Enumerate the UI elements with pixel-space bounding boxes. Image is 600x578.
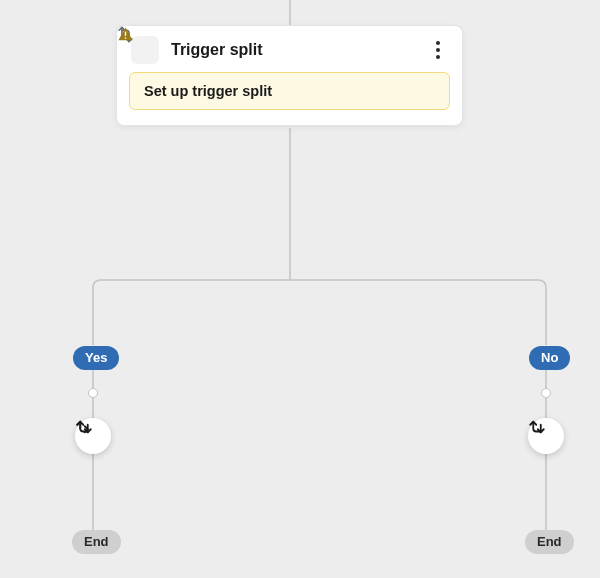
branch-pill-no: No — [529, 346, 570, 370]
svg-rect-9 — [125, 37, 126, 38]
setup-alert[interactable]: Set up trigger split — [129, 72, 450, 110]
end-node-no: End — [525, 530, 574, 554]
setup-alert-text: Set up trigger split — [144, 83, 272, 99]
add-action-button-no[interactable] — [528, 418, 564, 454]
action-arrows-icon — [528, 418, 546, 436]
trigger-split-card[interactable]: Trigger split Set up trigger split — [116, 25, 463, 126]
split-arrows-icon — [131, 36, 159, 64]
action-arrows-icon — [75, 418, 93, 436]
flow-canvas: Trigger split Set up trigger split Yes — [0, 0, 600, 578]
card-header: Trigger split — [117, 26, 462, 72]
svg-rect-8 — [125, 32, 126, 36]
end-node-yes: End — [72, 530, 121, 554]
warning-icon — [117, 26, 134, 43]
branch-node-no[interactable] — [541, 388, 551, 398]
card-title: Trigger split — [171, 41, 428, 59]
branch-pill-yes: Yes — [73, 346, 119, 370]
kebab-menu-button[interactable] — [428, 38, 448, 62]
add-action-button-yes[interactable] — [75, 418, 111, 454]
branch-node-yes[interactable] — [88, 388, 98, 398]
